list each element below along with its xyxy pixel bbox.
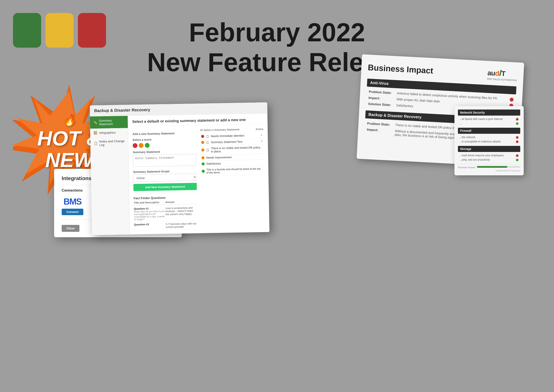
add-summary-button[interactable]: Add New Summary Statement	[133, 183, 197, 191]
sidebar-notes[interactable]: 📋 Notes and Change Log	[90, 137, 128, 149]
av-dot-1	[510, 98, 514, 102]
item-icon-2: 📋	[206, 141, 209, 144]
rp-storage: Storage ...hard drives improve your empl…	[458, 146, 520, 162]
modal-left-col: Add a new Summary Statement Select a sco…	[132, 129, 198, 231]
notes-icon: 📋	[94, 141, 97, 145]
faq-col2-header: Answer	[165, 200, 197, 204]
item-dot-5	[201, 162, 205, 165]
sidebar-summary-statement[interactable]: ✏️ Summary Statement	[90, 116, 128, 129]
scope-label: Summary Statement Scope	[133, 169, 196, 174]
item-label-5: Satisfactory	[206, 162, 221, 165]
item-label-2: Summary Statement Test	[211, 140, 242, 144]
item-dot-4	[201, 156, 205, 159]
score-dot-orange[interactable]	[139, 143, 144, 148]
modal-body: ✏️ Summary Statement 🖼️ Infographics 📋 N…	[90, 113, 270, 235]
summary-modal: Backup & Disaster Recovery ✏️ Summary St…	[90, 102, 270, 235]
modal-two-columns: Add a new Summary Statement Select a sco…	[132, 127, 265, 230]
existing-list-header: Or Select a Summary Statement Active	[200, 127, 263, 132]
score-dots	[133, 142, 196, 148]
rp-footer: Business Impact Confidential & Proprieta…	[458, 164, 520, 172]
rp-network: Network Security ...at Speed with cause …	[458, 110, 520, 126]
title-line1: February 2022	[0, 17, 554, 47]
item-dot-1	[201, 135, 204, 138]
item-icon-1: 📋	[206, 135, 209, 138]
item-label-1: Needs Immediate attention	[211, 134, 244, 138]
item-label-4: Needs Improvement	[206, 156, 231, 159]
summary-stmt-label: Summary Statement	[133, 150, 196, 154]
sidebar-infographics[interactable]: 🖼️ Infographics	[90, 128, 128, 137]
existing-item-3[interactable]: 📋 There is no visible and tested DR poli…	[201, 144, 264, 155]
rp-firewall: Firewall ...the network, ...is susceptib…	[458, 128, 520, 144]
select-label: Or Select a Summary Statement	[200, 128, 239, 132]
summary-textarea[interactable]	[133, 154, 196, 167]
summary-icon: ✏️	[93, 121, 97, 124]
item-label-6: This is a favorite and should be listed …	[206, 167, 263, 174]
add-label: Add a new Summary Statement	[132, 131, 196, 136]
doc-header: Business Impact audIT MSP SALES AUTOMATI…	[367, 61, 517, 82]
right-partial-doc: Network Security ...at Speed with cause …	[454, 106, 524, 175]
audit-logo-container: audIT MSP SALES AUTOMATION	[487, 67, 517, 82]
item-dot-6	[202, 170, 205, 173]
bms-logo: BMS	[64, 197, 82, 206]
score-label: Select a score	[133, 137, 196, 141]
active-label: Active	[256, 127, 263, 131]
faq-section: Fact Finder Questions Title and Descript…	[133, 193, 197, 231]
modal-sidebar: ✏️ Summary Statement 🖼️ Infographics 📋 N…	[90, 116, 130, 235]
existing-item-6[interactable]: This is a favorite and should be listed …	[201, 166, 264, 176]
item-label-3: There is no visible and tested DR policy…	[211, 146, 263, 153]
scope-select[interactable]: Global	[133, 174, 196, 182]
bms-item: BMS Connect	[62, 197, 83, 215]
faq-row-1: Question #1 What risks do you face if yo…	[134, 205, 197, 222]
item-dot-3	[201, 148, 204, 152]
faq-col1-header: Title and Description	[134, 201, 165, 204]
faq-row-2: Question #2 5-7 business days with our c…	[134, 221, 197, 231]
item-icon-3: 📋	[206, 148, 209, 152]
modal-main-heading: Select a default or existing summary sta…	[132, 117, 263, 126]
faq-table-header: Title and Description Answer	[134, 200, 197, 205]
item-dot-2	[201, 141, 204, 144]
modal-right-col: Or Select a Summary Statement Active 📋 N…	[200, 127, 265, 229]
bms-connect-button[interactable]: Connect	[62, 209, 83, 215]
fire-icon: 🔥	[62, 114, 76, 126]
score-dot-red[interactable]	[133, 143, 138, 148]
audit-logo: audIT	[487, 67, 517, 79]
doc-title: Business Impact	[368, 63, 433, 76]
modal-main-content: Select a default or existing summary sta…	[128, 113, 270, 234]
infographics-icon: 🖼️	[94, 131, 97, 135]
score-dot-green[interactable]	[145, 143, 150, 148]
integrations-close-button[interactable]: Close	[62, 225, 79, 232]
faq-title: Fact Finder Questions	[133, 196, 197, 200]
